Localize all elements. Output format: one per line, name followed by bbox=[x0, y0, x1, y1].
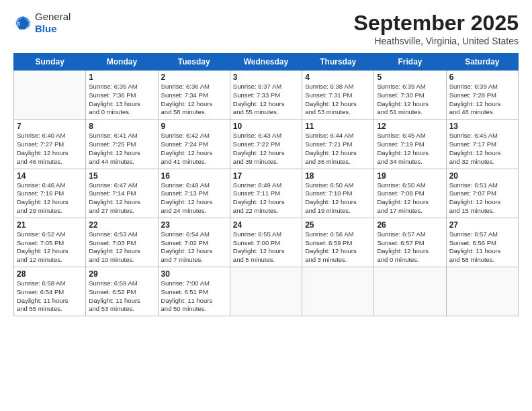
calendar-header-row: SundayMondayTuesdayWednesdayThursdayFrid… bbox=[14, 54, 519, 71]
calendar-cell: 25Sunrise: 6:56 AM Sunset: 6:59 PM Dayli… bbox=[302, 218, 374, 267]
page: G General Blue September 2025 Heathsvill… bbox=[0, 0, 532, 411]
calendar-week-row: 28Sunrise: 6:58 AM Sunset: 6:54 PM Dayli… bbox=[14, 267, 519, 316]
calendar-cell: 15Sunrise: 6:47 AM Sunset: 7:14 PM Dayli… bbox=[86, 169, 158, 218]
calendar-cell: 29Sunrise: 6:59 AM Sunset: 6:52 PM Dayli… bbox=[86, 267, 158, 316]
calendar-cell: 23Sunrise: 6:54 AM Sunset: 7:02 PM Dayli… bbox=[158, 218, 230, 267]
calendar-cell: 20Sunrise: 6:51 AM Sunset: 7:07 PM Dayli… bbox=[446, 169, 518, 218]
day-info: Sunrise: 6:57 AM Sunset: 6:57 PM Dayligh… bbox=[377, 230, 443, 265]
day-info: Sunrise: 6:47 AM Sunset: 7:14 PM Dayligh… bbox=[89, 181, 154, 216]
calendar-cell: 1Sunrise: 6:35 AM Sunset: 7:36 PM Daylig… bbox=[86, 71, 158, 120]
month-title: September 2025 bbox=[354, 11, 519, 36]
day-number: 5 bbox=[377, 73, 443, 82]
day-info: Sunrise: 6:37 AM Sunset: 7:33 PM Dayligh… bbox=[233, 83, 299, 117]
day-number: 6 bbox=[449, 73, 515, 82]
day-info: Sunrise: 6:40 AM Sunset: 7:27 PM Dayligh… bbox=[17, 132, 83, 166]
day-number: 12 bbox=[377, 122, 443, 131]
weekday-header: Tuesday bbox=[158, 54, 230, 71]
logo-general: General bbox=[35, 11, 71, 23]
calendar-cell bbox=[446, 267, 518, 316]
day-number: 14 bbox=[17, 171, 83, 181]
svg-text:G: G bbox=[16, 21, 20, 26]
day-number: 17 bbox=[233, 171, 299, 181]
header: G General Blue September 2025 Heathsvill… bbox=[13, 11, 519, 46]
day-number: 3 bbox=[233, 73, 299, 82]
weekday-header: Friday bbox=[374, 54, 446, 71]
day-info: Sunrise: 6:57 AM Sunset: 6:56 PM Dayligh… bbox=[449, 230, 515, 265]
day-info: Sunrise: 6:41 AM Sunset: 7:25 PM Dayligh… bbox=[89, 132, 154, 166]
day-info: Sunrise: 6:39 AM Sunset: 7:30 PM Dayligh… bbox=[377, 83, 443, 117]
day-number: 23 bbox=[161, 220, 227, 230]
calendar-week-row: 14Sunrise: 6:46 AM Sunset: 7:16 PM Dayli… bbox=[14, 169, 519, 218]
day-number: 29 bbox=[89, 269, 154, 279]
weekday-header: Wednesday bbox=[230, 54, 302, 71]
calendar-cell: 8Sunrise: 6:41 AM Sunset: 7:25 PM Daylig… bbox=[86, 120, 158, 169]
day-number: 11 bbox=[305, 122, 371, 131]
day-number: 16 bbox=[161, 171, 227, 181]
calendar-cell bbox=[374, 267, 446, 316]
day-info: Sunrise: 7:00 AM Sunset: 6:51 PM Dayligh… bbox=[161, 279, 227, 314]
day-number: 28 bbox=[17, 269, 83, 279]
day-number: 20 bbox=[449, 171, 515, 181]
day-number: 2 bbox=[161, 73, 227, 82]
calendar-cell: 26Sunrise: 6:57 AM Sunset: 6:57 PM Dayli… bbox=[374, 218, 446, 267]
day-info: Sunrise: 6:48 AM Sunset: 7:13 PM Dayligh… bbox=[161, 181, 227, 216]
calendar-cell: 2Sunrise: 6:36 AM Sunset: 7:34 PM Daylig… bbox=[158, 71, 230, 120]
day-number: 8 bbox=[89, 122, 154, 131]
weekday-header: Sunday bbox=[14, 54, 86, 71]
day-number: 7 bbox=[17, 122, 83, 131]
day-info: Sunrise: 6:35 AM Sunset: 7:36 PM Dayligh… bbox=[89, 83, 154, 117]
calendar-cell: 9Sunrise: 6:42 AM Sunset: 7:24 PM Daylig… bbox=[158, 120, 230, 169]
day-info: Sunrise: 6:59 AM Sunset: 6:52 PM Dayligh… bbox=[89, 279, 154, 314]
title-block: September 2025 Heathsville, Virginia, Un… bbox=[354, 11, 519, 46]
day-info: Sunrise: 6:44 AM Sunset: 7:21 PM Dayligh… bbox=[305, 132, 371, 166]
day-number: 13 bbox=[449, 122, 515, 131]
day-number: 4 bbox=[305, 73, 371, 82]
day-number: 30 bbox=[161, 269, 227, 279]
day-number: 22 bbox=[89, 220, 154, 230]
day-info: Sunrise: 6:53 AM Sunset: 7:03 PM Dayligh… bbox=[89, 230, 154, 265]
day-number: 18 bbox=[305, 171, 371, 181]
day-info: Sunrise: 6:42 AM Sunset: 7:24 PM Dayligh… bbox=[161, 132, 227, 166]
day-info: Sunrise: 6:43 AM Sunset: 7:22 PM Dayligh… bbox=[233, 132, 299, 166]
calendar-cell: 7Sunrise: 6:40 AM Sunset: 7:27 PM Daylig… bbox=[14, 120, 86, 169]
calendar-week-row: 1Sunrise: 6:35 AM Sunset: 7:36 PM Daylig… bbox=[14, 71, 519, 120]
logo: G General Blue bbox=[13, 11, 71, 35]
calendar-cell: 4Sunrise: 6:38 AM Sunset: 7:31 PM Daylig… bbox=[302, 71, 374, 120]
day-number: 21 bbox=[17, 220, 83, 230]
day-info: Sunrise: 6:51 AM Sunset: 7:07 PM Dayligh… bbox=[449, 181, 515, 216]
day-info: Sunrise: 6:46 AM Sunset: 7:16 PM Dayligh… bbox=[17, 181, 83, 216]
calendar-cell: 12Sunrise: 6:45 AM Sunset: 7:19 PM Dayli… bbox=[374, 120, 446, 169]
day-info: Sunrise: 6:38 AM Sunset: 7:31 PM Dayligh… bbox=[305, 83, 371, 117]
day-number: 27 bbox=[449, 220, 515, 230]
calendar-cell: 13Sunrise: 6:45 AM Sunset: 7:17 PM Dayli… bbox=[446, 120, 518, 169]
day-info: Sunrise: 6:50 AM Sunset: 7:08 PM Dayligh… bbox=[377, 181, 443, 216]
calendar-cell bbox=[14, 71, 86, 120]
day-info: Sunrise: 6:39 AM Sunset: 7:28 PM Dayligh… bbox=[449, 83, 515, 117]
calendar-cell bbox=[302, 267, 374, 316]
day-number: 26 bbox=[377, 220, 443, 230]
calendar-cell: 16Sunrise: 6:48 AM Sunset: 7:13 PM Dayli… bbox=[158, 169, 230, 218]
calendar-cell: 18Sunrise: 6:50 AM Sunset: 7:10 PM Dayli… bbox=[302, 169, 374, 218]
weekday-header: Thursday bbox=[302, 54, 374, 71]
calendar-cell bbox=[230, 267, 302, 316]
day-info: Sunrise: 6:52 AM Sunset: 7:05 PM Dayligh… bbox=[17, 230, 83, 265]
day-info: Sunrise: 6:50 AM Sunset: 7:10 PM Dayligh… bbox=[305, 181, 371, 216]
day-info: Sunrise: 6:49 AM Sunset: 7:11 PM Dayligh… bbox=[233, 181, 299, 216]
day-info: Sunrise: 6:55 AM Sunset: 7:00 PM Dayligh… bbox=[233, 230, 299, 265]
calendar-cell: 27Sunrise: 6:57 AM Sunset: 6:56 PM Dayli… bbox=[446, 218, 518, 267]
day-number: 9 bbox=[161, 122, 227, 131]
day-number: 10 bbox=[233, 122, 299, 131]
day-info: Sunrise: 6:45 AM Sunset: 7:19 PM Dayligh… bbox=[377, 132, 443, 166]
calendar-table: SundayMondayTuesdayWednesdayThursdayFrid… bbox=[13, 53, 519, 316]
calendar-cell: 11Sunrise: 6:44 AM Sunset: 7:21 PM Dayli… bbox=[302, 120, 374, 169]
calendar-cell: 28Sunrise: 6:58 AM Sunset: 6:54 PM Dayli… bbox=[14, 267, 86, 316]
day-info: Sunrise: 6:56 AM Sunset: 6:59 PM Dayligh… bbox=[305, 230, 371, 265]
logo-icon: G bbox=[13, 13, 32, 32]
calendar-cell: 6Sunrise: 6:39 AM Sunset: 7:28 PM Daylig… bbox=[446, 71, 518, 120]
calendar-cell: 30Sunrise: 7:00 AM Sunset: 6:51 PM Dayli… bbox=[158, 267, 230, 316]
day-number: 19 bbox=[377, 171, 443, 181]
calendar-cell: 24Sunrise: 6:55 AM Sunset: 7:00 PM Dayli… bbox=[230, 218, 302, 267]
day-number: 24 bbox=[233, 220, 299, 230]
day-number: 25 bbox=[305, 220, 371, 230]
day-info: Sunrise: 6:54 AM Sunset: 7:02 PM Dayligh… bbox=[161, 230, 227, 265]
